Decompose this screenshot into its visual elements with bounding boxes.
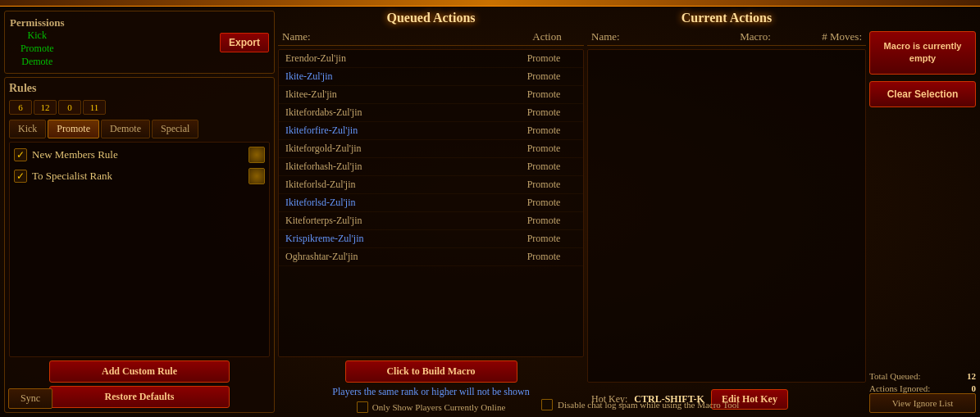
main-container: Permissions Kick Promote Demote Export R… xyxy=(0,7,980,417)
online-checkbox-label: Only Show Players Currently Online xyxy=(372,402,506,412)
queue-row[interactable]: Ikiteforfire-Zul'jin Promote xyxy=(279,122,583,140)
queue-row[interactable]: Ikiteforlsd-Zul'jin Promote xyxy=(279,176,583,194)
rule-text-0: New Members Rule xyxy=(32,148,244,161)
rules-title: Rules xyxy=(9,82,270,95)
current-actions-title: Current Actions xyxy=(587,11,866,25)
current-list[interactable] xyxy=(587,49,866,383)
queue-row[interactable]: Ikiteforhash-Zul'jin Promote xyxy=(279,158,583,176)
player-name: Ikitefordabs-Zul'jin xyxy=(285,107,511,119)
queued-table-header: Name: Action xyxy=(278,29,584,46)
middle-footer: Click to Build Macro Players the same ra… xyxy=(278,360,584,413)
player-name: Ikiteforfire-Zul'jin xyxy=(285,125,511,137)
export-button[interactable]: Export xyxy=(220,33,269,52)
player-name: Kiteforterps-Zul'jin xyxy=(285,215,511,227)
stat-0: 0 xyxy=(58,100,81,115)
rule-text-1: To Specialist Rank xyxy=(32,170,244,183)
right-panel: Current Actions Name: Macro: # Moves: Ho… xyxy=(587,11,866,413)
tab-special[interactable]: Special xyxy=(152,120,198,138)
view-ignore-list-button[interactable]: View Ignore List xyxy=(869,393,976,413)
demote-link[interactable]: Demote xyxy=(21,56,52,68)
rule-checkbox-1[interactable]: ✓ xyxy=(14,170,27,183)
tab-demote[interactable]: Demote xyxy=(101,120,150,138)
queue-row[interactable]: Kiteforterps-Zul'jin Promote xyxy=(279,212,583,230)
player-name: Ikiteforgold-Zul'jin xyxy=(285,143,511,155)
col-name-c-header: Name: xyxy=(591,30,706,43)
player-name: Krispikreme-Zul'jin xyxy=(285,233,511,245)
player-name: Ikiteforhash-Zul'jin xyxy=(285,161,511,173)
promote-link[interactable]: Promote xyxy=(21,43,54,55)
col-moves-c-header: # Moves: xyxy=(805,30,862,43)
rules-section: Rules 6 12 0 11 Kick Promote Demote Spec… xyxy=(4,77,275,413)
col-action-header: Action xyxy=(514,30,580,43)
actions-ignored-value: 0 xyxy=(972,383,977,393)
tabs-row: Kick Promote Demote Special xyxy=(9,120,270,138)
online-checkbox-row: Only Show Players Currently Online xyxy=(357,401,506,413)
current-table-header: Name: Macro: # Moves: xyxy=(587,29,866,46)
online-checkbox[interactable] xyxy=(357,401,368,413)
action-text: Promote xyxy=(511,70,577,83)
player-name: Ikiteforlsd-Zul'jin xyxy=(285,197,511,209)
queue-row[interactable]: Ikite-Zul'jin Promote xyxy=(279,68,583,86)
clear-selection-button[interactable]: Clear Selection xyxy=(869,81,976,107)
queue-row[interactable]: Ikiteforgold-Zul'jin Promote xyxy=(279,140,583,158)
player-name: Ikiteforlsd-Zul'jin xyxy=(285,179,511,191)
player-name: Erendor-Zul'jin xyxy=(285,52,511,65)
restore-defaults-button[interactable]: Restore Defaults xyxy=(49,386,230,408)
total-queued-value: 12 xyxy=(967,371,976,381)
disable-spam-checkbox[interactable] xyxy=(541,399,553,410)
col-macro-c-header: Macro: xyxy=(706,30,805,43)
top-border xyxy=(0,0,980,7)
action-text: Promote xyxy=(511,251,577,263)
stat-11: 11 xyxy=(83,100,106,115)
disable-spam-row: Disable chat log spam while using the Ma… xyxy=(541,399,865,410)
actions-ignored-row: Actions Ignored: 0 xyxy=(869,383,976,393)
stat-12: 12 xyxy=(34,100,57,115)
action-text: Promote xyxy=(511,179,577,191)
player-name: Ikitee-Zul'jin xyxy=(285,88,511,101)
action-text: Promote xyxy=(511,107,577,119)
rules-stats: 6 12 0 11 xyxy=(9,98,270,116)
total-queued-label: Total Queued: xyxy=(869,371,920,381)
rule-icon-1 xyxy=(248,168,265,184)
queue-row[interactable]: Erendor-Zul'jin Promote xyxy=(279,50,583,68)
action-text: Promote xyxy=(511,88,577,101)
rule-icon-0 xyxy=(248,147,265,163)
left-panel: Permissions Kick Promote Demote Export R… xyxy=(4,11,275,413)
action-text: Promote xyxy=(511,125,577,137)
queue-row[interactable]: Krispikreme-Zul'jin Promote xyxy=(279,230,583,248)
rules-list: ✓ New Members Rule ✓ To Specialist Rank xyxy=(9,142,270,357)
action-text: Promote xyxy=(511,233,577,245)
rule-item-1[interactable]: ✓ To Specialist Rank xyxy=(14,168,265,184)
actions-ignored-label: Actions Ignored: xyxy=(869,383,930,393)
action-text: Promote xyxy=(511,143,577,155)
queued-actions-title: Queued Actions xyxy=(278,11,584,25)
queue-row[interactable]: Ikitee-Zul'jin Promote xyxy=(279,86,583,104)
rule-item-0[interactable]: ✓ New Members Rule xyxy=(14,147,265,163)
action-text: Promote xyxy=(511,161,577,173)
tab-promote[interactable]: Promote xyxy=(48,120,99,138)
rule-checkbox-0[interactable]: ✓ xyxy=(14,148,27,161)
permissions-links: Kick Promote Demote xyxy=(21,29,54,68)
permissions-section: Permissions Kick Promote Demote Export xyxy=(4,11,275,74)
kick-link[interactable]: Kick xyxy=(28,29,47,42)
tab-kick[interactable]: Kick xyxy=(9,120,46,138)
queue-row[interactable]: Oghrashtar-Zul'jin Promote xyxy=(279,248,583,266)
add-custom-rule-button[interactable]: Add Custom Rule xyxy=(49,360,230,383)
build-macro-button[interactable]: Click to Build Macro xyxy=(345,360,517,383)
queue-row[interactable]: Ikitefordabs-Zul'jin Promote xyxy=(279,104,583,122)
queue-row[interactable]: Ikiteforlsd-Zul'jin Promote xyxy=(279,194,583,212)
middle-panel: Queued Actions Name: Action Erendor-Zul'… xyxy=(278,11,584,413)
stat-6: 6 xyxy=(9,100,32,115)
player-name: Ikite-Zul'jin xyxy=(285,70,511,83)
disable-spam-label: Disable chat log spam while using the Ma… xyxy=(558,400,739,410)
sync-button[interactable]: Sync xyxy=(8,388,52,409)
total-queued-row: Total Queued: 12 xyxy=(869,371,976,381)
far-right-panel: Macro is currently empty Clear Selection… xyxy=(869,11,976,413)
action-text: Promote xyxy=(511,215,577,227)
action-text: Promote xyxy=(511,197,577,209)
queue-list[interactable]: Erendor-Zul'jin Promote Ikite-Zul'jin Pr… xyxy=(278,49,584,357)
stats-section: Total Queued: 12 Actions Ignored: 0 xyxy=(869,371,976,393)
macro-empty-button: Macro is currently empty xyxy=(869,31,976,75)
action-text: Promote xyxy=(511,52,577,65)
info-text: Players the same rank or higher will not… xyxy=(332,386,529,398)
